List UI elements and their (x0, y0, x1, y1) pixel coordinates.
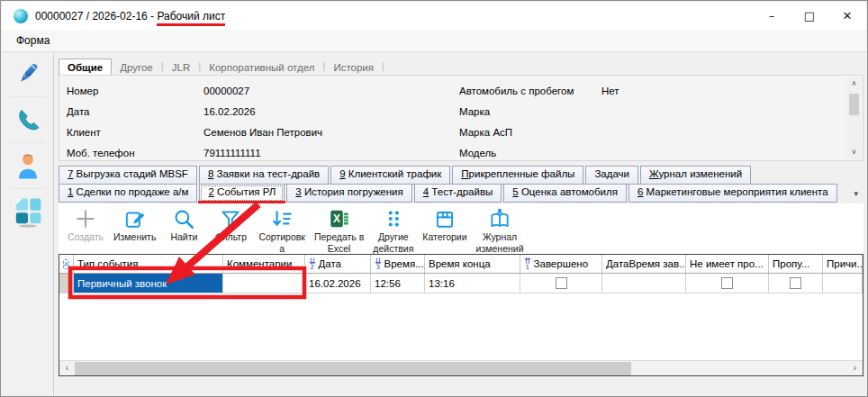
toolbar: Создать Изменить Найти Фильтр Сортировка… (59, 203, 863, 254)
plus-icon (74, 207, 97, 230)
tab-immersion-history[interactable]: 3 История погружения (286, 184, 411, 203)
sort-button[interactable]: Сортировка (254, 203, 310, 254)
form-tab-other[interactable]: Другое (112, 59, 161, 75)
form-tab-general[interactable]: Общие (59, 59, 112, 75)
column-header-time-start[interactable]: ⇊3Время... (371, 255, 425, 273)
cell-time-end[interactable]: 13:16 (425, 274, 520, 293)
grid-empty-area (59, 293, 863, 360)
tab-car-appraisal[interactable]: 5 Оценка автомобиля (503, 184, 627, 203)
edit-icon (123, 207, 147, 230)
scroll-left-icon[interactable]: ‹ (59, 361, 75, 376)
minimize-button[interactable]: – (753, 2, 791, 30)
dots-grid-icon (382, 207, 405, 230)
form-tab-history[interactable]: История (325, 59, 382, 75)
column-header-no-extension[interactable]: Не имеет про... (686, 255, 769, 273)
export-excel-button[interactable]: X Передать вExcel (310, 203, 368, 254)
form-tab-strip: Общие Другое| JLR| Корпоративный отдел| … (59, 56, 863, 75)
column-header-completed[interactable]: ⇈1Завершено (520, 255, 602, 273)
phone-icon (14, 106, 41, 133)
sidebar-divider (9, 142, 46, 143)
field-value-date: 16.02.2026 (203, 106, 445, 117)
scroll-up-icon[interactable]: ∧ (847, 77, 861, 90)
scroll-right-icon[interactable]: › (847, 361, 863, 376)
box-icon (433, 207, 457, 230)
sidebar-item-person[interactable] (2, 145, 54, 186)
tab-attached-files[interactable]: Прикрепленные файлы (452, 166, 583, 185)
maximize-button[interactable]: □ (791, 2, 828, 30)
sort-desc-icon: ⇊3 (375, 258, 382, 270)
column-header-date[interactable]: ⇊2Дата (305, 255, 371, 273)
sidebar (2, 53, 54, 395)
pen-icon (14, 59, 42, 88)
checkbox-missed[interactable] (790, 277, 801, 289)
form-panel: Номер00000027 Дата16.02.2026 КлиентСемен… (59, 75, 863, 161)
sort-asc-icon: ⇈1 (524, 258, 531, 270)
categories-button[interactable]: Категории (418, 203, 471, 243)
field-label-brand-asp: Марка АсП (459, 127, 601, 138)
column-header-datetime-done[interactable]: ДатаВремя зав... (602, 255, 686, 273)
form-vertical-scrollbar[interactable]: ∧ ∨ (847, 77, 861, 158)
scrollbar-thumb[interactable] (849, 94, 859, 115)
table-row[interactable]: : Первичный звонок 16.02.2026 12:56 13:1… (59, 274, 863, 293)
tab-marketing-events[interactable]: 6 Маркетинговые мероприятия клиента (628, 184, 837, 203)
tab-tasks[interactable]: Задачи (585, 166, 638, 185)
tab-test-drives[interactable]: 4 Тест-драйвы (414, 184, 502, 203)
column-header-missed[interactable]: Пропу... (769, 255, 823, 273)
menu-form[interactable]: Форма (2, 34, 59, 47)
checkbox-completed[interactable] (556, 277, 567, 289)
tab-test-drive-requests[interactable]: 8 Заявки на тест-драйв (199, 166, 329, 185)
tab-worksheet-events[interactable]: 2 События РЛ (199, 184, 285, 203)
sort-icon (270, 207, 294, 230)
form-tab-jlr[interactable]: JLR (164, 59, 198, 75)
more-actions-button[interactable]: Другиедействия (368, 203, 418, 254)
sidebar-item-tiles[interactable] (2, 191, 54, 232)
cell-event-type[interactable]: Первичный звонок (74, 274, 223, 293)
app-window: 00000027 / 2026-02-16 - Рабочий лист – □… (0, 0, 868, 397)
scroll-down-icon[interactable]: ∨ (847, 146, 861, 158)
row-header-cell[interactable]: : (59, 274, 74, 293)
grid-corner-cell[interactable]: A1 (59, 255, 74, 273)
column-header-time-end[interactable]: Время конца (425, 255, 520, 273)
sidebar-item-phone[interactable] (2, 99, 54, 140)
sidebar-item-pen[interactable] (2, 53, 54, 95)
edit-button[interactable]: Изменить (109, 203, 160, 243)
field-label-used-car: Автомобиль с пробегом (459, 86, 601, 96)
column-header-event-type[interactable]: Тип события (74, 255, 223, 273)
field-value-number: 00000027 (203, 86, 445, 96)
tab-client-traffic[interactable]: 9 Клиентский трафик (330, 166, 450, 185)
field-label-client: Клиент (67, 127, 203, 138)
cell-missed[interactable] (769, 274, 823, 293)
sort-desc-icon: ⇊2 (309, 258, 316, 270)
cell-time-start[interactable]: 12:56 (371, 274, 425, 293)
form-tab-corporate[interactable]: Корпоративный отдел (201, 59, 322, 75)
grid-horizontal-scrollbar[interactable]: ‹ › (59, 360, 863, 375)
tab-overflow-arrow-icon[interactable]: ▾ (854, 189, 858, 198)
sidebar-divider (9, 188, 46, 189)
cell-date[interactable]: 16.02.2026 (305, 274, 371, 293)
column-header-comments[interactable]: Комментарии (223, 255, 305, 273)
cell-datetime-done[interactable] (602, 274, 686, 293)
tab-mbsf-stages[interactable]: 7 Выгрузка стадий MBSF (59, 166, 197, 185)
cell-no-extension[interactable] (686, 274, 769, 293)
column-header-reason[interactable]: Причи... (823, 255, 863, 273)
row-index-label: 1 (68, 265, 72, 273)
create-button[interactable]: Создать (62, 203, 109, 243)
grid-header-row: A1 Тип события Комментарии ⇊2Дата ⇊3Врем… (59, 255, 863, 274)
field-label-brand: Марка (459, 106, 601, 117)
checkbox-no-extension[interactable] (721, 277, 733, 289)
field-value-mobile: 79111111111 (203, 148, 445, 158)
filter-button[interactable]: Фильтр (207, 203, 254, 243)
cell-comments[interactable] (223, 274, 305, 293)
change-log-button[interactable]: Журнализменений (472, 203, 529, 254)
scrollbar-thumb[interactable] (75, 362, 631, 375)
tab-change-log[interactable]: Журнал изменений (640, 166, 751, 185)
close-button[interactable]: ✕ (828, 2, 866, 30)
events-grid: A1 Тип события Комментарии ⇊2Дата ⇊3Врем… (59, 254, 863, 376)
cell-reason[interactable] (823, 274, 863, 293)
tab-car-sale-deals[interactable]: 1 Сделки по продаже а/м (59, 184, 197, 203)
find-button[interactable]: Найти (160, 203, 207, 243)
window-title: 00000027 / 2026-02-16 - Рабочий лист (35, 10, 225, 23)
svg-text:X: X (333, 212, 340, 225)
cell-completed[interactable] (520, 274, 602, 293)
book-person-icon (488, 207, 511, 230)
